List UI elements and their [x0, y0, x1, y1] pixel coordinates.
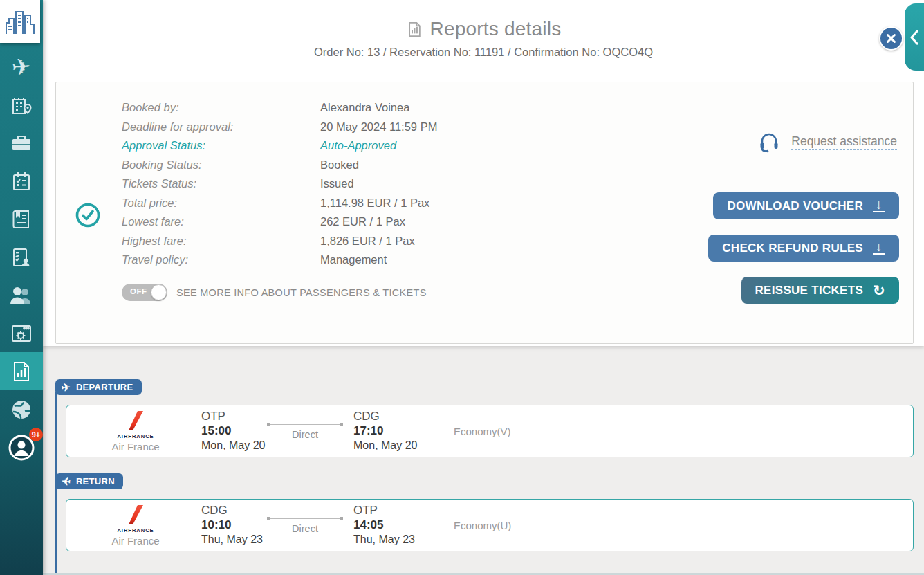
sidebar-item-traveller-docs[interactable]: [0, 238, 43, 276]
action-buttons: DOWNLOAD VOUCHER ↓ CHECK REFUND RULES ↓ …: [708, 192, 899, 304]
request-assistance[interactable]: Request assistance: [757, 129, 897, 154]
refresh-icon: ↻: [873, 283, 885, 298]
toggle-description: SEE MORE INFO ABOUT PASSENGERS & TICKETS: [176, 287, 427, 298]
stops-label: Direct: [292, 429, 318, 440]
request-assistance-link[interactable]: Request assistance: [791, 134, 897, 150]
reports-details-card: Reports details Order No: 13 / Reservati…: [43, 0, 924, 346]
sidebar-item-bookings[interactable]: [0, 162, 43, 200]
destination-date: Mon, May 20: [353, 438, 429, 453]
departure-flight-card[interactable]: AIRFRANCE Air France OTP 15:00 Mon, May …: [66, 405, 914, 457]
return-flight-card[interactable]: AIRFRANCE Air France CDG 10:10 Thu, May …: [66, 499, 914, 551]
origin-date: Mon, May 20: [201, 438, 267, 453]
sidebar-item-profile[interactable]: 9+: [0, 428, 43, 466]
destination-code: OTP: [353, 504, 429, 518]
airline-brand: AIRFRANCE: [98, 433, 174, 439]
return-section: ✈ RETURN AIRFRANCE Air France CDG 10:10 …: [55, 473, 914, 551]
summary-row: Total price:1,114.98 EUR / 1 Pax: [122, 194, 437, 213]
origin-segment: CDG 10:10 Thu, May 23: [201, 504, 267, 547]
air-france-logo: [127, 504, 145, 525]
destination-date: Thu, May 23: [353, 532, 429, 547]
see-more-toggle[interactable]: OFF: [122, 284, 167, 301]
download-icon: ↓: [873, 241, 885, 255]
clipboard-check-icon: [10, 170, 33, 193]
return-badge: ✈ RETURN: [55, 473, 123, 489]
stops-label: Direct: [292, 523, 318, 534]
sidebar: ✈: [0, 0, 43, 575]
document-person-icon: [10, 246, 33, 269]
toggle-state-label: OFF: [130, 287, 147, 295]
toggle-knob[interactable]: [151, 284, 167, 300]
cabin-class: Economy(V): [454, 426, 511, 437]
cabin-class: Economy(U): [454, 520, 511, 531]
plane-landing-icon: ✈: [61, 475, 71, 486]
summary-row: Booking Status:Booked: [122, 156, 437, 175]
origin-segment: OTP 15:00 Mon, May 20: [201, 410, 267, 453]
summary-row: Travel policy:Management: [122, 250, 437, 270]
briefcase-icon: [10, 131, 33, 155]
timeline-connector: [55, 486, 57, 575]
sidebar-item-business-trips[interactable]: [0, 124, 43, 162]
passengers-toggle-row: OFF SEE MORE INFO ABOUT PASSENGERS & TIC…: [122, 284, 427, 301]
origin-date: Thu, May 23: [201, 532, 267, 547]
sidebar-item-settings[interactable]: [0, 314, 43, 352]
collapse-panel-tab[interactable]: [905, 3, 924, 71]
departure-section: ✈ DEPARTURE AIRFRANCE Air France OTP 15:…: [55, 379, 914, 457]
check-refund-rules-button[interactable]: CHECK REFUND RULES ↓: [708, 235, 899, 262]
app-logo[interactable]: [0, 0, 40, 43]
summary-row: Deadline for approval:20 May 2024 11:59 …: [122, 118, 437, 137]
booking-summary-panel: Booked by:Alexandra Voinea Deadline for …: [55, 82, 914, 344]
departure-badge: ✈ DEPARTURE: [55, 379, 142, 395]
destination-code: CDG: [353, 410, 429, 423]
origin-code: OTP: [201, 410, 267, 423]
destination-segment: OTP 14:05 Thu, May 23: [353, 504, 429, 547]
sidebar-item-flights[interactable]: ✈: [0, 48, 43, 86]
reissue-tickets-button[interactable]: REISSUE TICKETS ↻: [741, 277, 900, 304]
sidebar-item-world[interactable]: [0, 390, 43, 428]
stops-connector: Direct: [267, 517, 343, 534]
summary-row: Booked by:Alexandra Voinea: [122, 98, 437, 118]
summary-row: Highest fare:1,826 EUR / 1 Pax: [122, 232, 437, 251]
sidebar-nav: ✈: [0, 48, 43, 466]
destination-time: 14:05: [353, 518, 429, 532]
sidebar-item-travellers[interactable]: [0, 276, 43, 314]
chevron-left-icon: [909, 29, 920, 46]
download-voucher-button[interactable]: DOWNLOAD VOUCHER ↓: [713, 192, 899, 219]
airline-name: Air France: [98, 535, 174, 547]
airplane-icon: ✈: [11, 55, 32, 79]
airline-block: AIRFRANCE Air France: [98, 410, 174, 453]
close-button[interactable]: [879, 26, 903, 51]
origin-time: 15:00: [201, 423, 267, 438]
sidebar-item-reports[interactable]: [0, 352, 43, 390]
page-header: Reports details: [43, 0, 924, 40]
summary-row: Lowest fare:262 EUR / 1 Pax: [122, 212, 437, 232]
summary-row-approval-status: Approval Status:Auto-Approved: [122, 136, 437, 156]
report-chart-icon: [10, 360, 33, 383]
air-france-logo: [127, 410, 145, 431]
origin-time: 10:10: [201, 518, 267, 532]
airline-block: AIRFRANCE Air France: [98, 504, 174, 547]
window-gear-icon: [10, 322, 33, 345]
globe-icon: [9, 397, 34, 422]
plane-takeoff-icon: ✈: [61, 381, 71, 392]
sidebar-item-hotels[interactable]: [0, 86, 43, 124]
close-icon: [886, 33, 896, 44]
report-chart-icon: [406, 21, 423, 38]
people-icon: [8, 284, 35, 307]
notification-badge: 9+: [29, 428, 43, 441]
download-icon: ↓: [873, 199, 885, 212]
order-summary-line: Order No: 13 / Reservation No: 11191 / C…: [43, 46, 924, 59]
summary-rows: Booked by:Alexandra Voinea Deadline for …: [122, 98, 437, 270]
book-icon: [10, 208, 33, 231]
check-circle-icon: [75, 202, 101, 228]
airline-name: Air France: [98, 441, 174, 453]
page-title: Reports details: [430, 18, 562, 40]
flight-itinerary: ✈ DEPARTURE AIRFRANCE Air France OTP 15:…: [55, 346, 914, 551]
airline-brand: AIRFRANCE: [98, 527, 174, 533]
summary-row: Tickets Status:Issued: [122, 174, 437, 194]
headset-icon: [757, 129, 782, 154]
origin-code: CDG: [201, 504, 267, 518]
hotel-location-icon: [10, 93, 33, 117]
destination-time: 17:10: [353, 423, 429, 438]
sidebar-item-catalog[interactable]: [0, 200, 43, 238]
stops-connector: Direct: [267, 423, 343, 440]
